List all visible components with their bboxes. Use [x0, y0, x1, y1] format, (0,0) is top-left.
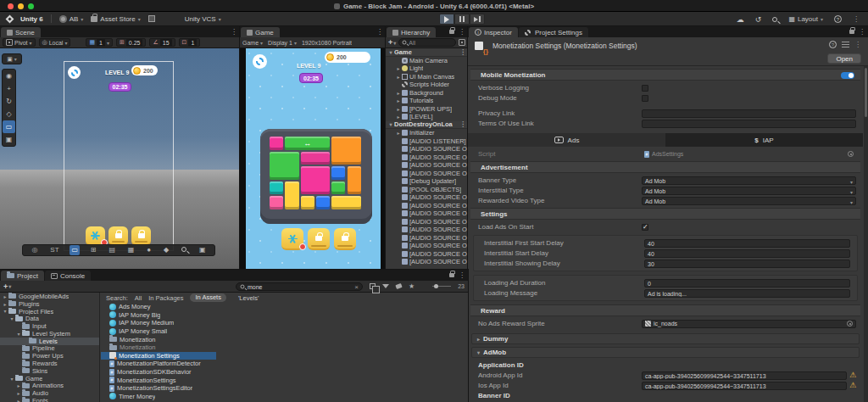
project-tree-item[interactable]: ▸Audio [0, 389, 99, 397]
create-object-button[interactable]: +▾ [388, 38, 396, 47]
rewarded-video-type-dropdown[interactable]: Ad Mob▾ [642, 197, 856, 205]
object-picker-icon[interactable] [847, 321, 853, 327]
puzzle-block[interactable] [270, 137, 283, 150]
debug-mode-checkbox[interactable] [642, 95, 648, 102]
foldout-arrow-icon[interactable]: ▸ [395, 106, 402, 112]
hierarchy-item[interactable]: [AUDIO SOURCE OB [386, 202, 468, 210]
puzzle-block[interactable] [270, 152, 299, 180]
rect-tool[interactable]: ▭ [3, 120, 15, 133]
project-result-item[interactable]: IAP Money Medium [101, 319, 468, 327]
puzzle-block[interactable] [331, 166, 345, 180]
foldout-admob[interactable]: ▾AdMob [471, 347, 860, 358]
tab-game[interactable]: Game [241, 27, 280, 37]
locked-booster-button[interactable] [334, 228, 356, 250]
tab-scene[interactable]: Scene [1, 27, 41, 37]
first-start-delay-input[interactable]: 40 [644, 239, 850, 248]
cloud-icon[interactable]: ☁ [737, 15, 744, 24]
hierarchy-item[interactable]: [AUDIO LISTENER] [386, 137, 468, 146]
project-tree-item[interactable]: Rewards [0, 360, 99, 367]
section-reward[interactable]: Reward [470, 304, 860, 316]
foldout-arrow-icon[interactable]: ▸ [395, 114, 402, 120]
hierarchy-item[interactable]: [AUDIO SOURCE OB [386, 170, 468, 178]
lock-icon[interactable] [449, 273, 454, 277]
resolution-dropdown[interactable]: 1920x1080 Portrait [302, 40, 352, 46]
foldout-arrow-icon[interactable]: ▸ [395, 130, 402, 136]
hierarchy-item[interactable]: Main Camera [386, 57, 468, 65]
rotate-tool[interactable]: ↻ [3, 95, 15, 108]
project-result-item[interactable]: #MonetizationSDKBehavior [101, 368, 468, 377]
search-icon[interactable] [772, 17, 777, 22]
start-delay-input[interactable]: 40 [644, 249, 850, 258]
undo-history-icon[interactable]: ↺ [755, 15, 762, 24]
game-viewport[interactable]: LEVEL 9 200 02:35 ↔ [240, 48, 386, 270]
step-button[interactable] [470, 14, 485, 25]
project-tree-item[interactable]: ▸Fonts [0, 397, 99, 402]
showing-delay-input[interactable]: 30 [644, 260, 850, 268]
foldout-arrow-icon[interactable]: ▾ [387, 49, 394, 55]
foldout-arrow-icon[interactable]: ▸ [395, 65, 402, 71]
project-result-item[interactable]: #MonetizationPlatformDetector [101, 360, 468, 368]
compass-icon[interactable]: ◎ [30, 245, 39, 255]
locked-booster-button[interactable] [308, 228, 330, 250]
terms-link-input[interactable] [642, 120, 856, 128]
project-tree-item[interactable]: ▸Animations [0, 382, 99, 390]
foldout-arrow-icon[interactable]: ▸ [2, 301, 8, 307]
project-tree-item[interactable]: ▾Game [0, 375, 99, 382]
help-icon[interactable]: ? [829, 41, 837, 48]
foldout-arrow-icon[interactable]: ▾ [387, 121, 394, 127]
hierarchy-item[interactable]: [AUDIO SOURCE OB [386, 218, 468, 226]
project-result-item[interactable]: Timer Money [101, 393, 468, 401]
foldout-arrow-icon[interactable]: ▸ [395, 74, 402, 80]
iap-tab[interactable]: $IAP [665, 133, 863, 147]
puzzle-block[interactable] [270, 196, 283, 209]
project-result-item[interactable]: #MonetizationSettingsEditor [101, 384, 468, 393]
tab-inspector[interactable]: iInspector [469, 27, 518, 37]
foldout-arrow-icon[interactable]: ▸ [15, 390, 22, 396]
move-tool[interactable]: + [3, 82, 15, 95]
puzzle-block[interactable] [301, 152, 331, 165]
loading-duration-input[interactable]: 0 [644, 279, 850, 288]
open-search-window-icon[interactable] [370, 283, 376, 289]
project-result-item[interactable]: Monetization [101, 343, 468, 352]
puzzle-block[interactable] [301, 166, 331, 194]
section-advertisement[interactable]: Advertisement [470, 161, 860, 173]
object-picker-icon[interactable] [848, 151, 854, 157]
hierarchy-item[interactable]: [AUDIO SOURCE OB [386, 226, 468, 234]
sphere-gizmo-icon[interactable]: ● [145, 245, 153, 255]
project-tree-item[interactable]: ▸GoogleMobileAds [0, 293, 99, 300]
open-button[interactable]: Open [827, 53, 861, 64]
hierarchy-item[interactable]: ▸Initializer [386, 129, 468, 137]
freeze-booster-button[interactable] [281, 228, 303, 250]
foldout-arrow-icon[interactable]: ▸ [395, 90, 402, 96]
type-filter-icon[interactable] [382, 284, 389, 288]
hierarchy-item[interactable]: ▸Tutorials [386, 97, 468, 105]
android-app-id-input[interactable]: ca-app-pub-3940256099942544~3347511713 [642, 371, 847, 380]
gizmos-icon[interactable]: ◆ [162, 245, 170, 255]
hierarchy-scene-row[interactable]: ▾Game⋮ [386, 48, 468, 57]
transform-tool[interactable]: ▣ [3, 133, 15, 146]
hierarchy-item[interactable]: [AUDIO SOURCE OB [386, 154, 468, 162]
scene-panel-menu-icon[interactable]: ⋮ [231, 28, 237, 36]
snap-move-control[interactable]: ⊞0.25 [116, 38, 147, 47]
puzzle-blocks[interactable]: ↔ [270, 137, 363, 211]
hierarchy-item[interactable]: [POOL OBJECTS] [386, 186, 468, 194]
hierarchy-item[interactable]: [AUDIO SOURCE OB [386, 209, 468, 218]
lock-icon[interactable] [449, 30, 454, 34]
scene-search-icon[interactable] [180, 245, 188, 255]
loading-message-input[interactable]: Ad is loading... [644, 289, 850, 298]
pivot-dropdown[interactable]: Pivot▾ [3, 38, 36, 47]
header-menu-icon[interactable]: ⋮ [854, 41, 861, 48]
project-result-item[interactable]: Monetization [101, 335, 468, 343]
hierarchy-item[interactable]: [AUDIO SOURCE OB [386, 242, 468, 250]
hierarchy-menu-icon[interactable]: ⋮ [459, 28, 465, 36]
vcs-dropdown[interactable]: Unity VCS▾ [185, 15, 221, 23]
project-tree-item[interactable]: ▾Data [0, 315, 99, 322]
foldout-dummy[interactable]: ▸Dummy [471, 333, 860, 344]
tab-console[interactable]: Console [45, 271, 91, 281]
load-ads-checkbox[interactable] [642, 224, 648, 231]
shading-icon[interactable]: ▤ [107, 245, 117, 255]
banner-type-dropdown[interactable]: Ad Mob▾ [642, 176, 856, 185]
hierarchy-item[interactable]: [AUDIO SOURCE OB [386, 193, 468, 202]
project-tree-item[interactable]: ▾Level System [0, 330, 99, 338]
hierarchy-item[interactable]: [AUDIO SOURCE OB [386, 258, 468, 266]
